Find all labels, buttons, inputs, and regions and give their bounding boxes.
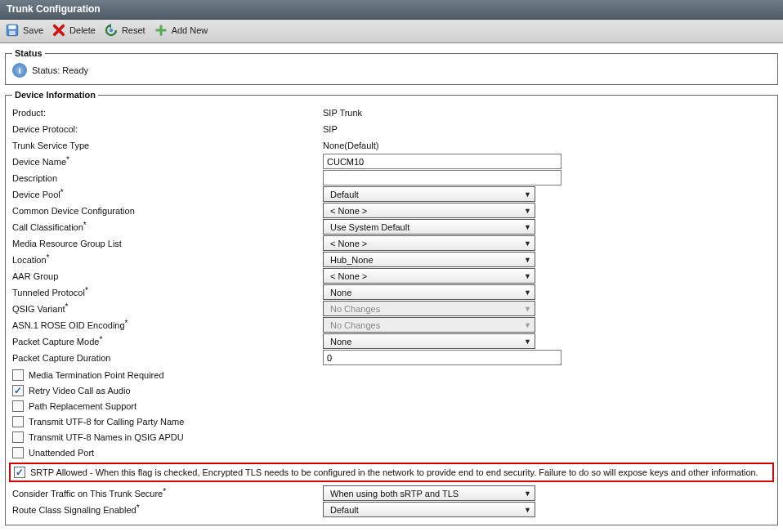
aar-group-label: AAR Group <box>12 271 323 281</box>
plus-icon <box>154 23 168 38</box>
call-classification-select[interactable]: Use System Default▼ <box>323 219 535 235</box>
unattended-port-label: Unattended Port <box>29 448 94 458</box>
device-info-legend: Device Information <box>12 90 98 100</box>
product-value: SIP Trunk <box>323 108 362 118</box>
pcap-duration-input[interactable] <box>323 350 562 365</box>
reset-icon <box>104 23 119 38</box>
tunneled-protocol-select[interactable]: None▼ <box>323 284 535 300</box>
pcap-mode-select[interactable]: None▼ <box>323 333 535 349</box>
chevron-down-icon: ▼ <box>524 338 531 346</box>
reset-button[interactable]: Reset <box>104 23 145 38</box>
chevron-down-icon: ▼ <box>524 305 531 313</box>
consider-traffic-select[interactable]: When using both sRTP and TLS▼ <box>323 485 535 501</box>
chevron-down-icon: ▼ <box>524 272 531 280</box>
location-label: Location* <box>12 255 323 265</box>
add-new-label: Add New <box>172 25 208 35</box>
chevron-down-icon: ▼ <box>524 223 531 231</box>
utf8-qsig-label: Transmit UTF-8 Names in QSIG APDU <box>29 432 184 442</box>
qsig-variant-label: QSIG Variant* <box>12 304 323 314</box>
device-name-label: Device Name* <box>12 157 323 167</box>
product-label: Product: <box>12 108 323 118</box>
description-label: Description <box>12 173 323 183</box>
location-select[interactable]: Hub_None▼ <box>323 252 535 267</box>
chevron-down-icon: ▼ <box>524 190 531 199</box>
pcap-mode-label: Packet Capture Mode* <box>12 337 323 346</box>
svg-rect-1 <box>9 25 16 29</box>
svg-rect-5 <box>155 29 167 32</box>
save-button[interactable]: Save <box>5 23 43 38</box>
page-title-text: Trunk Configuration <box>7 3 101 15</box>
mrgl-select[interactable]: < None >▼ <box>323 235 535 251</box>
common-device-label: Common Device Configuration <box>12 206 323 216</box>
unattended-port-checkbox[interactable] <box>12 447 24 458</box>
pcap-duration-label: Packet Capture Duration <box>12 353 323 363</box>
mtp-required-checkbox[interactable] <box>12 369 24 381</box>
utf8-calling-label: Transmit UTF-8 for Calling Party Name <box>29 417 184 427</box>
floppy-icon <box>5 23 20 38</box>
chevron-down-icon: ▼ <box>524 207 531 215</box>
chevron-down-icon: ▼ <box>524 490 531 498</box>
svg-rect-2 <box>9 31 16 35</box>
consider-traffic-label: Consider Traffic on This Trunk Secure* <box>12 489 323 498</box>
chevron-down-icon: ▼ <box>524 256 531 264</box>
route-class-label: Route Class Signaling Enabled* <box>12 505 323 515</box>
device-name-input[interactable] <box>323 154 562 169</box>
route-class-select[interactable]: Default▼ <box>323 502 535 517</box>
utf8-qsig-checkbox[interactable] <box>12 431 24 443</box>
device-info-fieldset: Device Information Product: SIP Trunk De… <box>5 90 778 525</box>
protocol-value: SIP <box>323 124 338 134</box>
description-input[interactable] <box>323 170 562 186</box>
call-classification-label: Call Classification* <box>12 222 323 232</box>
trunk-service-value: None(Default) <box>323 141 378 150</box>
qsig-variant-select: No Changes▼ <box>323 301 535 316</box>
retry-video-label: Retry Video Call as Audio <box>29 386 131 396</box>
retry-video-checkbox[interactable] <box>12 385 24 396</box>
status-fieldset: Status i Status: Ready <box>5 48 778 85</box>
utf8-calling-checkbox[interactable] <box>12 416 24 427</box>
path-replacement-label: Path Replacement Support <box>29 401 136 411</box>
trunk-service-label: Trunk Service Type <box>12 141 323 150</box>
protocol-label: Device Protocol: <box>12 124 323 134</box>
page-title: Trunk Configuration <box>0 0 783 20</box>
asn1-select: No Changes▼ <box>323 317 535 333</box>
chevron-down-icon: ▼ <box>524 321 531 329</box>
delete-button[interactable]: Delete <box>51 23 96 38</box>
path-replacement-checkbox[interactable] <box>12 400 24 412</box>
common-device-select[interactable]: < None >▼ <box>323 203 535 218</box>
add-new-button[interactable]: Add New <box>154 23 208 38</box>
mtp-required-label: Media Termination Point Required <box>29 370 164 380</box>
delete-x-icon <box>51 23 66 38</box>
asn1-label: ASN.1 ROSE OID Encoding* <box>12 320 323 330</box>
mrgl-label: Media Resource Group List <box>12 239 323 248</box>
status-legend: Status <box>12 48 45 58</box>
chevron-down-icon: ▼ <box>524 239 531 248</box>
device-pool-select[interactable]: Default▼ <box>323 186 535 202</box>
srtp-allowed-label: SRTP Allowed - When this flag is checked… <box>30 467 758 477</box>
toolbar: Save Delete Reset Add New <box>0 20 783 43</box>
svg-point-3 <box>110 29 114 33</box>
reset-label: Reset <box>122 25 145 35</box>
save-label: Save <box>23 25 43 35</box>
status-text: Status: Ready <box>32 65 88 75</box>
srtp-highlight-box: SRTP Allowed - When this flag is checked… <box>9 463 774 482</box>
aar-group-select[interactable]: < None >▼ <box>323 268 535 284</box>
delete-label: Delete <box>69 25 96 35</box>
srtp-allowed-checkbox[interactable] <box>14 467 25 478</box>
chevron-down-icon: ▼ <box>524 506 531 514</box>
device-pool-label: Device Pool* <box>12 190 323 199</box>
info-icon: i <box>12 63 27 78</box>
tunneled-protocol-label: Tunneled Protocol* <box>12 288 323 297</box>
chevron-down-icon: ▼ <box>524 288 531 297</box>
